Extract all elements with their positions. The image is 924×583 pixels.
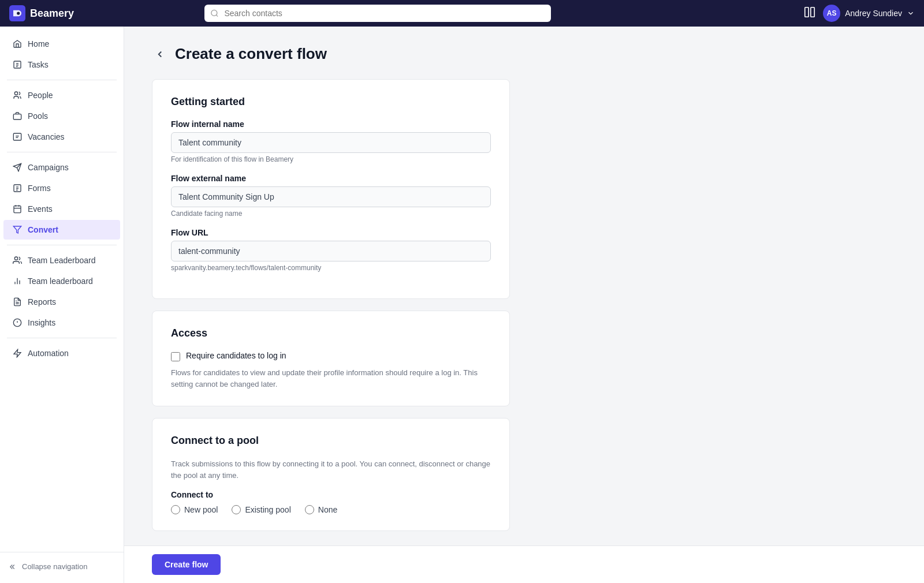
access-hint: Flows for candidates to view and update … (171, 367, 491, 390)
sidebar-item-home[interactable]: Home (3, 34, 120, 54)
access-title: Access (171, 327, 491, 339)
sidebar-divider-1 (7, 80, 117, 80)
sidebar-item-pools[interactable]: Pools (3, 106, 120, 126)
radio-none[interactable]: None (305, 505, 337, 514)
book-icon[interactable] (803, 6, 816, 21)
collapse-icon (9, 563, 17, 571)
flow-internal-name-label: Flow internal name (171, 119, 491, 129)
sidebar-item-vacancies[interactable]: Vacancies (3, 127, 120, 147)
sidebar-item-forms[interactable]: Forms (3, 178, 120, 198)
connect-to-label: Connect to (171, 490, 491, 499)
svg-point-1 (17, 12, 20, 14)
chevron-down-icon (907, 9, 915, 17)
page-title: Create a convert flow (175, 45, 327, 63)
automation-icon (13, 349, 22, 358)
sidebar-item-campaigns[interactable]: Campaigns (3, 158, 120, 177)
connect-pool-description: Track submissions to this flow by connec… (171, 458, 491, 481)
sidebar-item-team-leaderboard1[interactable]: Team Leaderboard (3, 251, 120, 270)
search-bar[interactable] (204, 5, 551, 22)
leaderboard-icon (13, 256, 22, 265)
sidebar-item-insights[interactable]: Insights (3, 313, 120, 332)
logo[interactable]: Beamery (9, 5, 74, 21)
flow-url-hint: sparkvanity.beamery.tech/flows/talent-co… (171, 264, 491, 272)
sidebar-item-events[interactable]: Events (3, 199, 120, 219)
svg-point-2 (211, 10, 217, 16)
connect-pool-radio-group: New pool Existing pool None (171, 505, 491, 514)
sidebar: Home Tasks People Pools Vacancies Campai… (0, 27, 124, 583)
search-icon (210, 9, 219, 18)
page-header: Create a convert flow (152, 45, 896, 63)
connect-pool-card: Connect to a pool Track submissions to t… (152, 418, 510, 531)
flow-url-group: Flow URL sparkvanity.beamery.tech/flows/… (171, 228, 491, 272)
require-login-checkbox[interactable] (171, 352, 180, 361)
radio-none-input[interactable] (305, 505, 314, 514)
insights-icon (13, 318, 22, 327)
user-name: Andrey Sundiev (845, 9, 902, 18)
collapse-nav-button[interactable]: Collapse navigation (0, 557, 124, 576)
home-icon (13, 39, 22, 48)
layout: Home Tasks People Pools Vacancies Campai… (0, 27, 924, 583)
access-card: Access Require candidates to log in Flow… (152, 311, 510, 406)
sidebar-item-convert[interactable]: Convert (3, 220, 120, 240)
reports-icon (13, 297, 22, 307)
sidebar-item-reports[interactable]: Reports (3, 292, 120, 312)
connect-pool-title: Connect to a pool (171, 435, 491, 447)
footer-bar: Create flow (124, 545, 924, 583)
topnav: Beamery AS Andrey Sundiev (0, 0, 924, 27)
events-icon (13, 204, 22, 214)
svg-rect-11 (13, 114, 21, 119)
campaigns-icon (13, 163, 22, 172)
sidebar-bottom: Collapse navigation (0, 552, 124, 576)
create-flow-button[interactable]: Create flow (152, 554, 221, 575)
getting-started-title: Getting started (171, 96, 491, 108)
flow-external-name-group: Flow external name Candidate facing name (171, 174, 491, 218)
tasks-icon (13, 60, 22, 69)
require-login-label: Require candidates to log in (186, 351, 286, 360)
user-menu[interactable]: AS Andrey Sundiev (823, 5, 915, 22)
flow-external-name-input[interactable] (171, 186, 491, 207)
sidebar-item-people[interactable]: People (3, 85, 120, 105)
leaderboard2-icon (13, 276, 22, 286)
radio-new-pool[interactable]: New pool (171, 505, 218, 514)
sidebar-divider-4 (7, 338, 117, 338)
flow-internal-name-group: Flow internal name For identification of… (171, 119, 491, 163)
flow-external-name-hint: Candidate facing name (171, 210, 491, 218)
svg-marker-24 (13, 226, 21, 233)
topnav-right: AS Andrey Sundiev (803, 5, 915, 22)
convert-icon (13, 225, 22, 234)
radio-existing-pool-input[interactable] (232, 505, 241, 514)
sidebar-divider-2 (7, 152, 117, 152)
flow-external-name-label: Flow external name (171, 174, 491, 183)
svg-marker-34 (14, 349, 21, 357)
flow-internal-name-hint: For identification of this flow in Beame… (171, 155, 491, 163)
svg-rect-4 (805, 8, 808, 17)
flow-url-input[interactable] (171, 241, 491, 261)
sidebar-divider-3 (7, 245, 117, 245)
radio-new-pool-label: New pool (184, 505, 218, 514)
logo-icon (9, 5, 25, 21)
svg-rect-20 (14, 206, 21, 213)
flow-url-label: Flow URL (171, 228, 491, 237)
forms-icon (13, 184, 22, 193)
svg-rect-12 (13, 133, 21, 140)
svg-rect-5 (811, 8, 814, 17)
flow-internal-name-input[interactable] (171, 132, 491, 153)
radio-none-label: None (318, 505, 337, 514)
vacancies-icon (13, 132, 22, 141)
radio-existing-pool[interactable]: Existing pool (232, 505, 290, 514)
svg-point-10 (14, 92, 17, 95)
people-icon (13, 91, 22, 100)
pools-icon (13, 111, 22, 121)
search-input[interactable] (204, 5, 551, 22)
back-button[interactable] (152, 46, 168, 62)
radio-new-pool-input[interactable] (171, 505, 180, 514)
main-content: Create a convert flow Getting started Fl… (124, 27, 924, 583)
getting-started-card: Getting started Flow internal name For i… (152, 79, 510, 299)
sidebar-item-tasks[interactable]: Tasks (3, 55, 120, 74)
sidebar-item-automation[interactable]: Automation (3, 343, 120, 363)
sidebar-item-team-leaderboard2[interactable]: Team leaderboard (3, 271, 120, 291)
avatar: AS (823, 5, 840, 22)
svg-line-3 (217, 15, 218, 17)
require-login-row: Require candidates to log in (171, 351, 491, 361)
back-icon (155, 49, 165, 59)
